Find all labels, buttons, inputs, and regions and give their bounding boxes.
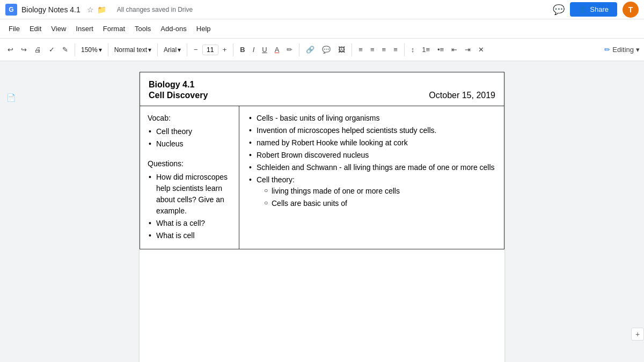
expand-button[interactable]: + (631, 328, 644, 341)
note-item-1: Cells - basic units of living organisms (248, 113, 495, 124)
clear-format-button[interactable]: ✕ (475, 43, 487, 56)
separator-8 (404, 43, 405, 56)
editing-indicator[interactable]: ✏ Editing ▾ (604, 46, 640, 54)
note-item-5: Schleiden and Schwann - all living thing… (248, 162, 495, 173)
underline-button[interactable]: U (259, 43, 270, 56)
text-color-button[interactable]: A (272, 43, 283, 56)
note-item-6: Cell theory: living things made of one o… (248, 174, 495, 209)
page-container[interactable]: Biology 4.1 Cell Discovery October 15, 2… (21, 61, 623, 362)
menu-help[interactable]: Help (192, 23, 215, 35)
notes-body: Vocab: Cell theory Nucleus Questions: Ho… (140, 106, 504, 249)
note-item-4: Robert Brown discovered nucleus (248, 150, 495, 161)
menu-format[interactable]: Format (99, 23, 129, 35)
question-item-2: What is a cell? (148, 218, 231, 229)
zoom-select[interactable]: 150% ▾ (78, 45, 105, 55)
title-icons: ☆ 📁 (87, 5, 106, 14)
separator-3 (157, 43, 158, 56)
saved-status: All changes saved in Drive (117, 6, 193, 13)
share-button[interactable]: 👤 Share (570, 2, 617, 17)
notes-subtitle: Cell Discovery (149, 91, 208, 100)
notes-header: Biology 4.1 Cell Discovery October 15, 2… (140, 72, 504, 106)
separator-1 (75, 43, 75, 56)
link-button[interactable]: 🔗 (303, 43, 318, 56)
vocab-item-2: Nucleus (148, 138, 231, 150)
zoom-dropdown-icon: ▾ (99, 46, 102, 54)
numbered-list-button[interactable]: 1≡ (419, 43, 433, 56)
questions-section: Questions: How did microscopes help scie… (148, 158, 231, 241)
notes-date: October 15, 2019 (429, 91, 495, 100)
separator-2 (108, 43, 108, 56)
google-docs-icon: G (5, 4, 17, 16)
menu-file[interactable]: File (4, 23, 24, 35)
avatar[interactable]: T (623, 2, 639, 18)
menu-insert[interactable]: Insert (71, 23, 98, 35)
chat-icon[interactable]: 💬 (553, 4, 565, 16)
align-justify-button[interactable]: ≡ (390, 43, 401, 56)
question-item-1: How did microscopes help scientists lear… (148, 172, 231, 217)
bold-button[interactable]: B (237, 43, 248, 56)
notes-title-line1: Biology 4.1 (149, 80, 495, 90)
notes-header-row: Cell Discovery October 15, 2019 (149, 91, 495, 100)
content-area: 📄 Biology 4.1 Cell Discovery October 15,… (0, 61, 644, 362)
font-select[interactable]: Arial ▾ (161, 45, 184, 55)
line-spacing-button[interactable]: ↕ (408, 43, 418, 56)
questions-title: Questions: (148, 158, 231, 169)
menu-bar: File Edit View Insert Format Tools Add-o… (0, 19, 644, 39)
align-left-button[interactable]: ≡ (355, 43, 366, 56)
image-button[interactable]: 🖼 (335, 43, 348, 56)
vocab-title: Vocab: (148, 113, 231, 124)
menu-view[interactable]: View (47, 23, 70, 35)
separator-7 (352, 43, 352, 56)
style-dropdown-icon: ▾ (148, 46, 151, 54)
notes-list: Cells - basic units of living organisms … (248, 113, 495, 209)
paint-format-button[interactable]: ✎ (59, 43, 71, 56)
separator-4 (187, 43, 187, 56)
page-sidebar-icon[interactable]: 📄 (6, 93, 16, 362)
vocab-item-1: Cell theory (148, 126, 231, 137)
folder-icon[interactable]: 📁 (97, 5, 106, 14)
editing-label: Editing (612, 46, 634, 54)
font-dropdown-icon: ▾ (178, 46, 181, 54)
highlight-button[interactable]: ✏ (283, 43, 296, 56)
font-size-input[interactable] (202, 45, 218, 55)
print-button[interactable]: 🖨 (31, 43, 45, 56)
bullet-list-button[interactable]: •≡ (434, 43, 447, 56)
font-size-increase-button[interactable]: + (219, 43, 230, 56)
align-center-button[interactable]: ≡ (367, 43, 378, 56)
cell-theory-sub-2: Cells are basic units of (257, 198, 495, 209)
undo-button[interactable]: ↩ (4, 43, 17, 56)
right-column: Cells - basic units of living organisms … (239, 106, 504, 249)
font-size-decrease-button[interactable]: − (191, 43, 201, 56)
star-icon[interactable]: ☆ (87, 5, 94, 14)
menu-tools[interactable]: Tools (130, 23, 155, 35)
comment-button[interactable]: 💬 (319, 43, 334, 56)
increase-indent-button[interactable]: ⇥ (462, 43, 474, 56)
document-title[interactable]: Biology Notes 4.1 (21, 5, 80, 14)
share-icon: 👤 (579, 6, 587, 13)
spell-check-button[interactable]: ✓ (46, 43, 58, 56)
questions-list: How did microscopes help scientists lear… (148, 172, 231, 241)
style-select[interactable]: Normal text ▾ (112, 45, 154, 55)
left-margin: 📄 (0, 61, 21, 362)
italic-button[interactable]: I (250, 43, 258, 56)
separator-6 (299, 43, 299, 56)
pencil-icon: ✏ (604, 46, 610, 54)
share-label: Share (590, 5, 609, 13)
question-item-3: What is cell (148, 230, 231, 241)
left-column: Vocab: Cell theory Nucleus Questions: Ho… (140, 106, 239, 249)
title-bar: G Biology Notes 4.1 ☆ 📁 All changes save… (0, 0, 644, 19)
title-bar-right: 💬 👤 Share T (553, 2, 639, 18)
align-right-button[interactable]: ≡ (379, 43, 390, 56)
vocab-list: Cell theory Nucleus (148, 126, 231, 150)
separator-5 (233, 43, 233, 56)
document-page[interactable]: Biology 4.1 Cell Discovery October 15, 2… (140, 72, 504, 362)
note-item-3: named by Robert Hooke while looking at c… (248, 137, 495, 149)
toolbar: ↩ ↪ 🖨 ✓ ✎ 150% ▾ Normal text ▾ Arial ▾ −… (0, 39, 644, 61)
redo-button[interactable]: ↪ (18, 43, 30, 56)
right-margin: + (623, 61, 644, 362)
cell-theory-sub-list: living things made of one or more cells … (257, 186, 495, 209)
menu-addons[interactable]: Add-ons (156, 23, 191, 35)
editing-dropdown-icon: ▾ (636, 46, 640, 54)
menu-edit[interactable]: Edit (25, 23, 46, 35)
decrease-indent-button[interactable]: ⇤ (448, 43, 460, 56)
